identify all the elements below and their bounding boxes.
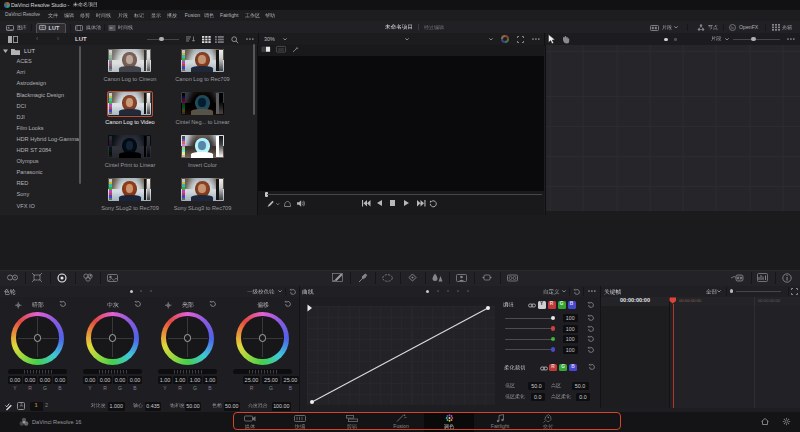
svg-text:fx: fx (731, 25, 734, 30)
